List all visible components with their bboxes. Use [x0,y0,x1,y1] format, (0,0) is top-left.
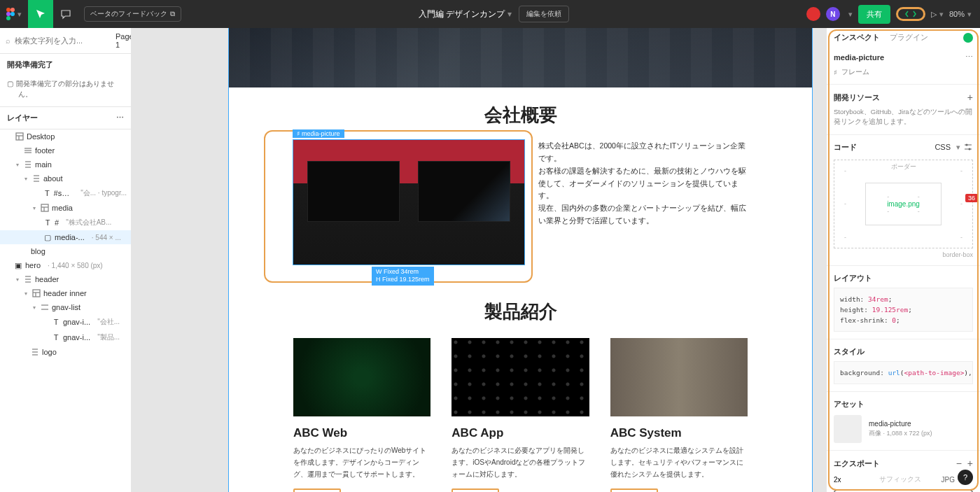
chevron-down-icon: ▾ [507,9,512,19]
settings-icon[interactable] [963,142,973,152]
card-title: ABC System [610,426,748,440]
artboard-desktop[interactable]: 会社概要 ♯media-picture W Fixed 34rem H Fixe… [228,28,813,492]
media-picture[interactable] [293,140,524,265]
layer-item[interactable]: ▾main [0,157,131,171]
avatar[interactable] [806,7,820,21]
search-input[interactable] [15,36,111,45]
layer-item[interactable]: T#"株式会社AB... [0,215,131,230]
tab-inspect[interactable]: インスペクト [834,32,880,43]
layer-item[interactable]: footer [0,143,131,157]
topbar-left: ▾ ベータのフィードバック ⧉ [0,0,181,28]
section-title: アセット [834,399,864,409]
help-icon[interactable]: ? [958,470,973,485]
layer-item[interactable]: blog [0,244,131,258]
layer-item[interactable]: ▾gnav-list [0,300,131,314]
code-lang-select[interactable]: CSS▾ [934,142,973,152]
card-image [610,338,748,416]
svg-point-4 [6,16,10,20]
product-cards: ABC Web あなたのビジネスにぴったりのWebサイトを作成します。デザインか… [229,338,812,492]
layer-item[interactable]: ▾header inner [0,286,131,300]
ready-section-msg: ▢開発準備完了の部分はありません。 [0,76,131,106]
external-link-icon: ⧉ [170,10,175,18]
svg-rect-5 [16,133,23,140]
box-model: ボーダー -- - -- image.png -- - -- 36 [834,160,973,248]
product-detail-button[interactable]: 製品詳細 [451,489,499,492]
share-button[interactable]: 共有 [858,5,890,24]
svg-rect-23 [33,290,40,297]
export-scale-input[interactable] [834,476,859,484]
remove-icon[interactable]: − [956,458,962,469]
add-icon[interactable]: + [967,458,973,469]
section-title-about[interactable]: 会社概要 [229,103,812,127]
main-area: ⌕ Page 1▾ 開発準備完了 ▢開発準備完了の部分はありません。 レイヤー … [0,28,980,492]
svg-point-3 [10,12,15,16]
inspect-tabs: インスペクト プラグイン [827,28,980,47]
svg-point-32 [969,148,971,150]
spacing-badge: 36 [965,194,978,202]
card-title: ABC Web [293,426,430,440]
zoom-level[interactable]: 80%▾ [949,10,972,19]
layers-header: レイヤー ⋯ [0,106,131,129]
section-title: エクスポート [834,458,880,469]
box-inner: -- image.png -- [865,183,941,225]
layer-item[interactable]: ▾media [0,201,131,215]
svg-point-0 [6,8,10,12]
export-suffix[interactable]: サフィックス [863,475,937,484]
card-image [451,338,589,416]
layout-code[interactable]: width: 34rem; height: 19.125rem; flex-sh… [834,288,973,332]
layer-item[interactable]: ▾header [0,272,131,286]
export-settings-row: サフィックス JPG▾ ⋯ [834,475,973,484]
search-icon: ⌕ [6,36,10,45]
add-icon[interactable]: + [967,92,973,103]
asset-name: media-picture [869,420,932,428]
dev-mode-toggle[interactable] [896,7,925,21]
selection-dimensions: W Fixed 34rem H Fixed 19.125rem [372,267,434,286]
more-icon[interactable]: ⋯ [116,113,124,122]
product-detail-button[interactable]: 製品詳細 [293,489,341,492]
canvas[interactable]: 会社概要 ♯media-picture W Fixed 34rem H Fixe… [132,28,826,492]
more-icon[interactable]: ⋯ [965,52,973,62]
figma-logo[interactable]: ▾ [0,0,28,28]
layer-item[interactable]: logo [0,345,131,359]
layer-item[interactable]: Tgnav-i..."会社... [0,314,131,330]
media-picture-selection[interactable]: ♯media-picture W Fixed 34rem H Fixed 19.… [293,140,524,265]
present-icon[interactable]: ▷▾ [931,10,944,19]
layer-item[interactable]: T#sec..."会... · typogr... [0,185,131,201]
move-tool-icon[interactable] [28,0,53,28]
section-title-products[interactable]: 製品紹介 [229,300,812,324]
layer-item[interactable]: Tgnav-i..."製品... [0,330,131,345]
chevron-down-icon[interactable]: ▾ [848,10,853,19]
topbar-right: N ▾ 共有 ▷▾ 80%▾ [806,5,980,24]
frame-icon: ♯ [834,69,837,76]
product-detail-button[interactable]: 製品詳細 [610,489,658,492]
asset-thumbnail [834,415,862,443]
box-mode-label: border-box [834,251,973,258]
product-card[interactable]: ABC System あなたのビジネスに最適なシステムを設計します。セキュリティ… [610,338,748,492]
svg-rect-17 [41,204,48,211]
card-image [293,338,430,416]
tab-plugin[interactable]: プラグイン [890,32,928,43]
section-title: 開発リソース [834,92,880,103]
beta-feedback-button[interactable]: ベータのフィードバック ⧉ [84,6,181,22]
layer-item[interactable]: Desktop [0,129,131,143]
code-section: コード CSS▾ ボーダー -- - -- image.png -- - [827,135,980,266]
layer-item-selected[interactable]: ▢media-...· 544 × ... [0,230,131,244]
svg-point-1 [10,8,15,12]
layer-item[interactable]: ▣hero· 1,440 × 580 (px) [0,258,131,272]
avatar[interactable]: N [826,7,840,21]
asset-row[interactable]: media-picture 画像 · 1,088 x 722 (px) [834,415,973,443]
layer-item[interactable]: ▾about [0,171,131,185]
section-title: スタイル [834,346,864,357]
hero-image[interactable] [229,28,812,87]
page-selector[interactable]: Page 1▾ [115,32,132,49]
file-title[interactable]: 入門編 デザインカンプ▾ [419,8,512,20]
export-section: エクスポート − + サフィックス JPG▾ ⋯ media-pictureをエ… [827,451,980,492]
style-code[interactable]: background: url(<path-to-image>), light … [834,361,973,384]
product-card[interactable]: ABC Web あなたのビジネスにぴったりのWebサイトを作成します。デザインか… [293,338,430,492]
product-card[interactable]: ABC App あなたのビジネスに必要なアプリを開発します。iOSやAndroi… [451,338,589,492]
box-image-name: image.png [887,200,920,208]
comment-icon[interactable] [53,0,78,28]
about-text[interactable]: 株式会社ABCは、2000年に設立されたITソリューション企業です。 お客様の課… [538,140,748,227]
request-edit-button[interactable]: 編集を依頼 [519,6,569,22]
dev-resources-section: 開発リソース+ Storybook、GitHub、Jiraなどのツールへの開発リ… [827,85,980,135]
